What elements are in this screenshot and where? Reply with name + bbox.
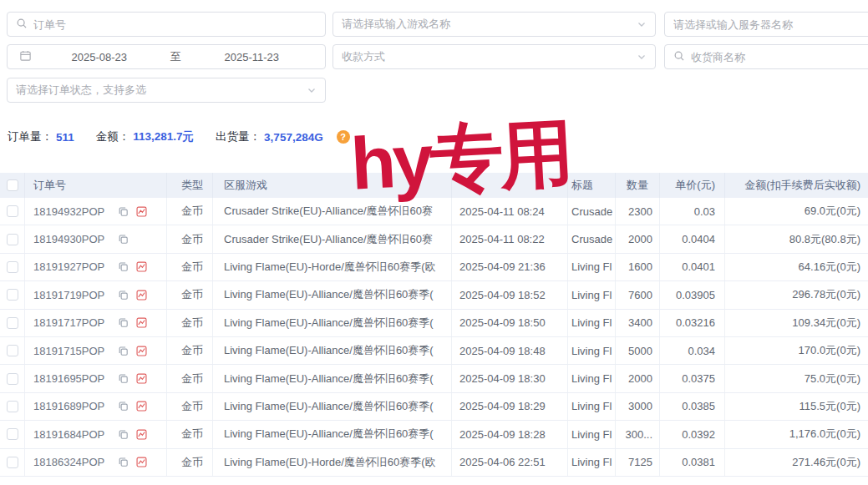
chevron-down-icon: [637, 52, 647, 62]
select-all-checkbox[interactable]: [7, 179, 18, 191]
image-icon[interactable]: [135, 289, 148, 301]
price-cell: 0.03216: [660, 310, 725, 336]
game-cell: Crusader Strike(EU)-Alliance/魔兽怀旧60赛: [213, 225, 452, 252]
shipment-value: 3,757,284G: [264, 131, 323, 144]
header-price: 单价(元): [660, 173, 725, 198]
header-time: [452, 173, 568, 198]
order-number-input[interactable]: [33, 18, 317, 31]
copy-icon[interactable]: [117, 289, 129, 301]
copy-icon[interactable]: [117, 205, 129, 218]
copy-icon[interactable]: [117, 400, 129, 412]
order-no-cell: 18191715POP: [25, 337, 167, 364]
image-icon[interactable]: [135, 316, 148, 329]
game-cell: Living Flame(EU)-Horde/魔兽怀旧60赛季(欧: [213, 254, 452, 280]
image-icon[interactable]: [135, 345, 148, 357]
price-cell: 0.0375: [660, 365, 725, 392]
row-checkbox[interactable]: [7, 457, 18, 468]
copy-icon[interactable]: [117, 316, 129, 329]
summary-stats: 订单量： 511 金额： 113,281.7元 出货量： 3,757,284G …: [8, 129, 350, 144]
image-icon[interactable]: [135, 260, 148, 273]
image-icon[interactable]: [135, 400, 148, 412]
amount-cell: 170.0元(0元): [725, 337, 868, 364]
qty-cell: 7600: [616, 281, 660, 308]
table-row: 18194930POP金币Crusader Strike(EU)-Allianc…: [0, 225, 868, 253]
server-name-input-wrap[interactable]: [664, 12, 868, 37]
order-count-value: 511: [56, 131, 74, 144]
date-range-picker[interactable]: 2025-08-23 至 2025-11-23: [7, 44, 326, 69]
qty-cell: 2000: [616, 225, 660, 252]
image-icon[interactable]: [135, 456, 148, 468]
copy-icon[interactable]: [117, 233, 129, 245]
type-cell: 金币: [167, 254, 213, 280]
order-no-cell: 18186324POP: [25, 449, 167, 476]
row-checkbox[interactable]: [7, 234, 18, 245]
select-all-cell: [0, 173, 25, 198]
header-game: 区服游戏: [213, 173, 452, 198]
order-no-text: 18194932POP: [33, 205, 117, 218]
copy-icon[interactable]: [117, 456, 129, 468]
order-number-search[interactable]: [7, 12, 326, 37]
order-count-label: 订单量：: [8, 129, 53, 144]
order-status-select[interactable]: 请选择订单状态，支持多选: [7, 78, 326, 103]
amount-cell: 1,176.0元(0元): [725, 421, 868, 447]
table-row: 18191719POP金币Living Flame(EU)-Alliance/魔…: [0, 281, 868, 309]
time-cell: 2025-04-09 18:48: [452, 337, 568, 364]
type-cell: 金币: [167, 421, 213, 447]
time-cell: 2025-04-09 18:29: [452, 393, 568, 420]
date-end-value[interactable]: 2025-11-23: [190, 51, 314, 63]
amount-value: 113,281.7元: [133, 129, 194, 144]
image-icon[interactable]: [135, 428, 148, 441]
order-no-text: 18191927POP: [33, 260, 117, 273]
payment-select-placeholder: 收款方式: [342, 49, 385, 64]
qty-cell: 3000: [616, 393, 660, 420]
qty-cell: 5000: [616, 337, 660, 364]
server-name-input[interactable]: [673, 18, 868, 31]
row-select-cell: [0, 449, 25, 476]
order-no-text: 18191684POP: [33, 428, 117, 441]
type-cell: 金币: [167, 281, 213, 308]
type-cell: 金币: [167, 393, 213, 420]
image-icon[interactable]: [135, 372, 148, 385]
price-cell: 0.03905: [660, 281, 725, 308]
copy-icon[interactable]: [117, 428, 129, 441]
row-checkbox[interactable]: [7, 289, 18, 301]
qty-cell: 3400: [616, 310, 660, 336]
row-checkbox[interactable]: [7, 261, 18, 273]
order-no-text: 18191719POP: [33, 289, 117, 301]
game-cell: Crusader Strike(EU)-Alliance/魔兽怀旧60赛: [213, 198, 452, 225]
row-select-cell: [0, 310, 25, 336]
header-qty: 数量: [616, 173, 660, 198]
row-checkbox[interactable]: [7, 317, 18, 329]
order-no-cell: 18191717POP: [25, 310, 167, 336]
shipment-label: 出货量：: [216, 129, 261, 144]
table-body: 18194932POP金币Crusader Strike(EU)-Allianc…: [0, 198, 868, 477]
game-cell: Living Flame(EU)-Alliance/魔兽怀旧60赛季(: [213, 393, 452, 420]
row-checkbox[interactable]: [7, 373, 18, 385]
date-separator: 至: [167, 49, 185, 64]
row-checkbox[interactable]: [7, 345, 18, 356]
image-icon[interactable]: [135, 205, 148, 218]
amount-cell: 64.16元(0元): [725, 254, 868, 280]
help-icon[interactable]: ?: [337, 130, 350, 144]
copy-icon[interactable]: [117, 345, 129, 357]
price-cell: 0.0404: [660, 225, 725, 252]
row-select-cell: [0, 281, 25, 308]
merchant-name-input[interactable]: [691, 51, 868, 63]
chevron-down-icon: [637, 19, 647, 29]
date-start-value[interactable]: 2025-08-23: [38, 51, 161, 63]
row-select-cell: [0, 393, 25, 420]
row-checkbox[interactable]: [7, 428, 18, 440]
table-row: 18191717POP金币Living Flame(EU)-Alliance/魔…: [0, 310, 868, 337]
payment-method-select[interactable]: 收款方式: [332, 44, 656, 69]
table-header-row: 订单号 类型 区服游戏 标题 数量 单价(元) 金额(扣手续费后实收额): [0, 173, 868, 198]
game-cell: Living Flame(EU)-Alliance/魔兽怀旧60赛季(: [213, 337, 452, 364]
copy-icon[interactable]: [117, 372, 129, 385]
row-checkbox[interactable]: [7, 205, 18, 217]
merchant-name-search[interactable]: [664, 44, 868, 69]
table-row: 18186324POP金币Living Flame(EU)-Horde/魔兽怀旧…: [0, 449, 868, 477]
row-checkbox[interactable]: [7, 401, 18, 412]
copy-icon[interactable]: [117, 260, 129, 273]
order-management-page: { "filters": { "order_no_placeholder": "…: [0, 0, 868, 485]
game-name-select[interactable]: 请选择或输入游戏名称: [332, 12, 656, 37]
title-cell: Living Fl: [568, 393, 616, 420]
